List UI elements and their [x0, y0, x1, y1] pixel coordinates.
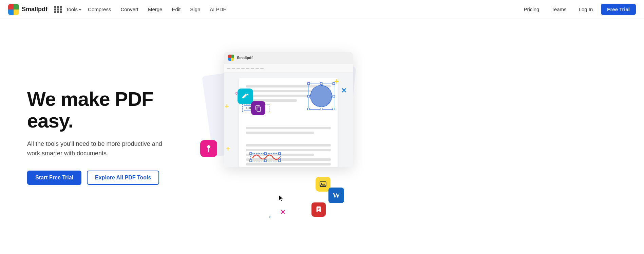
bookmark-tool-icon	[311, 202, 326, 217]
hero-title: We make PDF easy.	[27, 88, 204, 132]
svg-point-8	[208, 148, 209, 149]
svg-rect-2	[279, 153, 281, 155]
pen-tool-icon	[200, 140, 217, 157]
pricing-link[interactable]: Pricing	[520, 4, 544, 14]
chevron-down-icon	[79, 7, 81, 10]
hero-section: We make PDF easy. All the tools you'll n…	[0, 19, 644, 254]
pdf-page: Hello!	[239, 78, 338, 167]
pdf-editor-mockup: Smallpdf	[224, 52, 353, 167]
edit-tool-icon	[238, 89, 253, 104]
deco-plus-2: +	[226, 145, 230, 152]
svg-rect-3	[250, 160, 252, 162]
pdf-editor-logo	[228, 55, 234, 61]
copy-tool-icon	[251, 101, 265, 115]
svg-rect-6	[264, 160, 266, 162]
hero-illustration: Smallpdf	[204, 45, 617, 228]
cursor-icon	[278, 194, 284, 202]
grid-apps-icon[interactable]	[54, 6, 62, 13]
hero-subtitle: All the tools you'll need to be more pro…	[27, 139, 170, 158]
merge-link[interactable]: Merge	[144, 4, 167, 14]
word-tool-icon: W	[328, 188, 344, 203]
free-trial-button[interactable]: Free Trial	[601, 4, 636, 15]
pdf-signature	[249, 151, 283, 164]
start-free-trial-button[interactable]: Start Free Trial	[27, 171, 81, 185]
pdf-editor-title: Smallpdf	[237, 56, 252, 60]
logo-link[interactable]: Smallpdf	[8, 4, 48, 15]
ai-pdf-link[interactable]: AI PDF	[206, 4, 230, 14]
svg-rect-1	[250, 153, 252, 155]
deco-x-2: ✕	[280, 209, 285, 215]
login-button[interactable]: Log In	[575, 4, 597, 14]
nav-right: Pricing Teams Log In Free Trial	[520, 4, 636, 15]
hero-content: We make PDF easy. All the tools you'll n…	[27, 88, 204, 185]
pdf-body: Hello!	[224, 73, 353, 167]
pdf-toolbar	[224, 64, 353, 73]
deco-circle-1: ○	[235, 91, 238, 96]
deco-x-1: ✕	[341, 87, 347, 94]
svg-rect-4	[279, 160, 281, 162]
svg-rect-7	[257, 107, 261, 111]
logo-text: Smallpdf	[22, 6, 48, 13]
teams-link[interactable]: Teams	[547, 4, 570, 14]
navbar: Smallpdf Tools Compress Convert Merge Ed…	[0, 0, 644, 19]
nav-links: Compress Convert Merge Edit Sign AI PDF	[84, 4, 230, 14]
svg-rect-5	[264, 153, 266, 155]
selection-box	[308, 83, 334, 110]
tools-menu-button[interactable]: Tools	[63, 5, 84, 14]
pdf-editor-header: Smallpdf	[224, 52, 353, 64]
deco-plus-3: +	[334, 77, 339, 85]
deco-plus-1: +	[225, 103, 229, 110]
compress-link[interactable]: Compress	[84, 4, 115, 14]
edit-link[interactable]: Edit	[168, 4, 185, 14]
deco-circle-2: ○	[269, 214, 271, 219]
sign-link[interactable]: Sign	[186, 4, 204, 14]
hero-buttons: Start Free Trial Explore All PDF Tools	[27, 171, 204, 185]
logo-icon	[8, 4, 19, 15]
explore-tools-button[interactable]: Explore All PDF Tools	[87, 171, 159, 185]
convert-link[interactable]: Convert	[116, 4, 143, 14]
